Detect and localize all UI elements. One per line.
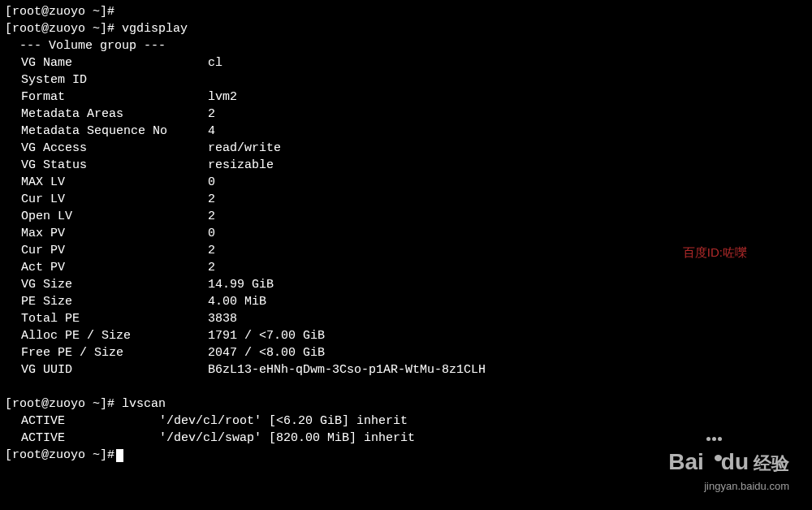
field-label: Max PV xyxy=(5,225,208,242)
vg-row: VG Accessread/write xyxy=(5,140,807,157)
field-label: Total PE xyxy=(5,310,208,327)
lv-detail: '/dev/cl/root' [<6.20 GiB] inherit xyxy=(159,414,408,428)
field-label: VG UUID xyxy=(5,361,208,378)
vg-row: Act PV2 xyxy=(5,259,807,276)
vg-header: --- Volume group --- xyxy=(5,37,807,54)
field-value: 14.99 GiB xyxy=(208,276,274,293)
lv-status: ACTIVE xyxy=(5,413,159,430)
field-label: Format xyxy=(5,89,208,106)
field-label: Act PV xyxy=(5,259,208,276)
vg-row: Metadata Areas2 xyxy=(5,106,807,123)
shell-prompt: [root@zuoyo ~]# xyxy=(5,5,114,19)
field-label: PE Size xyxy=(5,293,208,310)
field-value: B6zL13-eHNh-qDwm-3Cso-p1AR-WtMu-8z1CLH xyxy=(208,361,486,378)
vg-row: Free PE / Size2047 / <8.00 GiB xyxy=(5,344,807,361)
field-value: 0 xyxy=(208,225,215,242)
vg-row: Cur LV2 xyxy=(5,191,807,208)
field-value: 2 xyxy=(208,242,215,259)
field-value: 0 xyxy=(208,174,215,191)
shell-prompt: [root@zuoyo ~]# xyxy=(5,397,122,411)
vg-row: VG Namecl xyxy=(5,54,807,71)
logo-subtext: jingyan.baidu.com xyxy=(668,479,789,494)
field-value: 1791 / <7.00 GiB xyxy=(208,327,325,344)
logo-text: du xyxy=(721,449,749,474)
vg-row: VG UUIDB6zL13-eHNh-qDwm-3Cso-p1AR-WtMu-8… xyxy=(5,361,807,378)
field-value: resizable xyxy=(208,157,274,174)
vg-row: VG Statusresizable xyxy=(5,157,807,174)
vg-row: System ID xyxy=(5,71,807,89)
vg-row: Total PE3838 xyxy=(5,310,807,327)
vg-row: Open LV2 xyxy=(5,208,807,225)
field-value: read/write xyxy=(208,140,281,157)
logo-text: 经验 xyxy=(754,453,789,473)
field-label: VG Access xyxy=(5,140,208,157)
logo-text: Bai xyxy=(668,449,704,474)
lv-row: ACTIVE'/dev/cl/root' [<6.20 GiB] inherit xyxy=(5,413,807,430)
shell-prompt: [root@zuoyo ~]# xyxy=(5,22,122,36)
field-value: cl xyxy=(208,54,222,71)
blank-line xyxy=(5,378,807,395)
field-value: 3838 xyxy=(208,310,237,327)
vg-row: VG Size14.99 GiB xyxy=(5,276,807,293)
field-label: MAX LV xyxy=(5,174,208,191)
field-value: 2047 / <8.00 GiB xyxy=(208,344,325,361)
lv-detail: '/dev/cl/swap' [820.00 MiB] inherit xyxy=(159,431,415,445)
prompt-line[interactable]: [root@zuoyo ~]# vgdisplay xyxy=(5,20,807,37)
vg-row: Formatlvm2 xyxy=(5,89,807,106)
command-input[interactable]: lvscan xyxy=(122,397,166,411)
watermark-logo: Baidu经验 jingyan.baidu.com xyxy=(668,439,789,494)
field-value: lvm2 xyxy=(208,89,237,106)
field-value: 4 xyxy=(208,123,215,140)
field-value: 2 xyxy=(208,259,215,276)
vg-row: Alloc PE / Size1791 / <7.00 GiB xyxy=(5,327,807,344)
prompt-line: [root@zuoyo ~]# xyxy=(5,3,807,20)
cursor-icon xyxy=(116,449,123,462)
field-label: Cur PV xyxy=(5,242,208,259)
field-label: Metadata Sequence No xyxy=(5,123,208,140)
field-value: 2 xyxy=(208,208,215,225)
field-value: 2 xyxy=(208,106,215,123)
field-label: Open LV xyxy=(5,208,208,225)
field-value: 4.00 MiB xyxy=(208,293,266,310)
vg-row: MAX LV0 xyxy=(5,174,807,191)
vg-row: Max PV0 xyxy=(5,225,807,242)
field-value: 2 xyxy=(208,191,215,208)
shell-prompt: [root@zuoyo ~]# xyxy=(5,448,114,462)
paw-icon xyxy=(706,428,723,462)
field-label: VG Name xyxy=(5,54,208,71)
vg-row: PE Size4.00 MiB xyxy=(5,293,807,310)
field-label: VG Size xyxy=(5,276,208,293)
field-label: System ID xyxy=(5,71,208,89)
field-label: Metadata Areas xyxy=(5,106,208,123)
vg-row: Metadata Sequence No4 xyxy=(5,123,807,140)
field-label: Cur LV xyxy=(5,191,208,208)
watermark-text: 百度ID:咗嚛 xyxy=(683,244,747,261)
prompt-line[interactable]: [root@zuoyo ~]# lvscan xyxy=(5,395,807,413)
lv-status: ACTIVE xyxy=(5,430,159,447)
field-label: Alloc PE / Size xyxy=(5,327,208,344)
field-label: VG Status xyxy=(5,157,208,174)
command-input[interactable]: vgdisplay xyxy=(122,22,188,36)
field-label: Free PE / Size xyxy=(5,344,208,361)
